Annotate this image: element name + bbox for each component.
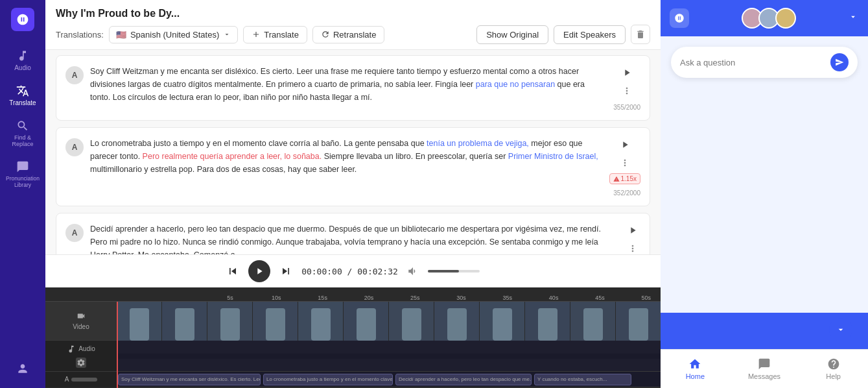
- toolbar: Translations: 🇺🇸 Spanish (United States)…: [56, 25, 650, 44]
- skip-forward-button[interactable]: [279, 265, 292, 278]
- volume-slider[interactable]: [428, 270, 480, 273]
- app-logo[interactable]: [11, 8, 34, 31]
- audio-track-content[interactable]: [117, 354, 661, 359]
- video-thumb: [616, 302, 661, 341]
- ruler-mark-30s: 30s: [456, 295, 466, 301]
- panel-nav-help[interactable]: Help: [799, 355, 868, 383]
- panel-nav-home[interactable]: Home: [661, 355, 730, 383]
- video-thumb: [117, 302, 162, 341]
- more-options-3[interactable]: [625, 241, 640, 254]
- audio-track-icon: [67, 345, 76, 354]
- video-thumb: [434, 302, 480, 341]
- video-thumb: [480, 302, 525, 341]
- translate-button[interactable]: Translate: [243, 26, 307, 43]
- sidebar-item-label: Audio: [14, 64, 31, 71]
- video-thumb: [389, 302, 434, 341]
- show-original-button[interactable]: Show Original: [476, 25, 548, 44]
- sidebar-item-audio[interactable]: Audio: [3, 44, 42, 77]
- messages-icon: [758, 358, 771, 370]
- transcript-text-1[interactable]: Soy Cliff Weitzman y me encanta ser disl…: [90, 65, 607, 111]
- speaker-indicator: A: [65, 376, 69, 383]
- subtitle-segment-1[interactable]: Soy Cliff Weitzman y me encanta ser disl…: [118, 374, 261, 385]
- ruler-mark-50s: 50s: [641, 295, 651, 301]
- panel-nav-messages[interactable]: Messages: [730, 355, 799, 383]
- panel-nav-home-label: Home: [686, 372, 705, 380]
- play-segment-2[interactable]: [617, 137, 633, 152]
- video-track: Video: [45, 302, 661, 341]
- audio-track-name: Audio: [78, 345, 95, 352]
- video-thumb: [570, 302, 616, 341]
- panel-logo: [670, 8, 689, 28]
- language-selector[interactable]: 🇺🇸 Spanish (United States): [109, 26, 238, 43]
- char-count-2: 352/2000: [613, 189, 640, 197]
- ask-input-container: [671, 47, 858, 78]
- transcript-block-3: A Decidí aprender a hacerlo, pero leo ta…: [56, 213, 650, 254]
- subtitle-segment-3[interactable]: Decidí aprender a hacerlo, pero leo tan …: [395, 374, 532, 385]
- time-display: 00:00:00 / 00:02:32: [301, 267, 398, 276]
- volume-icon[interactable]: [407, 265, 419, 277]
- scroll-to-bottom-button[interactable]: [829, 318, 852, 341]
- speaker-slider[interactable]: [71, 378, 97, 382]
- retranslate-btn-label: Retranslate: [333, 30, 376, 40]
- subtitle-track-content: Soy Cliff Weitzman y me encanta ser disl…: [117, 372, 661, 387]
- video-thumb: [207, 302, 253, 341]
- speaker-avatar-2: A: [65, 138, 84, 156]
- ask-send-button[interactable]: [830, 53, 849, 71]
- video-thumb: [344, 302, 389, 341]
- transcript-text-2[interactable]: Lo cronometraba justo a tiempo y en el m…: [90, 137, 603, 197]
- transcript-area: A Soy Cliff Weitzman y me encanta ser di…: [45, 50, 661, 254]
- chevron-down-icon: [223, 30, 231, 38]
- edit-speakers-button[interactable]: Edit Speakers: [554, 25, 626, 44]
- flag-icon: 🇺🇸: [116, 30, 126, 40]
- right-panel: Home Messages Help: [661, 0, 868, 388]
- transcript-controls-3: [625, 223, 640, 254]
- ruler-mark-40s: 40s: [549, 295, 559, 301]
- speaker-avatar-1: A: [65, 66, 84, 84]
- retranslate-button[interactable]: Retranslate: [312, 26, 384, 43]
- sidebar-item-pronunciation[interactable]: Pronunciation Library: [3, 155, 42, 193]
- timeline-tracks: Video: [45, 302, 661, 388]
- delete-button[interactable]: [631, 25, 650, 44]
- skip-back-button[interactable]: [226, 265, 239, 278]
- speed-value: 1.15x: [621, 175, 637, 182]
- playhead[interactable]: [117, 302, 118, 388]
- subtitle-track: A Soy Cliff Weitzman y me encanta ser di…: [45, 372, 661, 387]
- sidebar-item-find-replace[interactable]: Find & Replace: [3, 114, 42, 152]
- audio-waveform: [117, 354, 661, 359]
- audio-settings-btn[interactable]: [76, 358, 86, 368]
- sidebar-item-user[interactable]: [3, 357, 42, 380]
- timeline-ruler: 5s 10s 15s 20s 25s 30s 35s 40s 45s 50s: [45, 287, 661, 302]
- ruler-mark-5s: 5s: [227, 295, 233, 301]
- ask-input[interactable]: [680, 58, 825, 67]
- transcript-controls-2: 1.15x 352/2000: [609, 137, 640, 197]
- more-options-1[interactable]: [619, 83, 635, 99]
- subtitle-track-label: A: [45, 372, 117, 387]
- ruler-mark-25s: 25s: [410, 295, 420, 301]
- main-content: Why I'm Proud to be Dy... Translations: …: [45, 0, 661, 388]
- more-options-2[interactable]: [617, 155, 633, 171]
- play-segment-1[interactable]: [619, 65, 635, 80]
- video-track-name: Video: [73, 323, 89, 330]
- ruler-mark-10s: 10s: [272, 295, 281, 301]
- video-thumb: [253, 302, 298, 341]
- transcript-text-3[interactable]: Decidí aprender a hacerlo, pero leo tan …: [90, 223, 618, 254]
- play-pause-button[interactable]: [248, 260, 270, 282]
- panel-nav-help-label: Help: [826, 372, 841, 380]
- find-icon: [16, 119, 29, 132]
- char-count-1: 355/2000: [613, 104, 640, 111]
- sidebar-item-label: Pronunciation Library: [6, 175, 40, 188]
- subtitle-segment-4[interactable]: Y cuando no estaba, escuch...: [534, 374, 631, 385]
- total-time: 00:02:32: [357, 267, 398, 276]
- ruler-mark-35s: 35s: [503, 295, 513, 301]
- speaker-avatar-3: A: [65, 224, 84, 242]
- sidebar-item-translate[interactable]: Translate: [3, 79, 42, 112]
- ruler-mark-20s: 20s: [364, 295, 374, 301]
- play-segment-3[interactable]: [625, 223, 640, 238]
- panel-avatars: [742, 8, 796, 29]
- ruler-mark-15s: 15s: [318, 295, 327, 301]
- audio-icon: [16, 49, 29, 62]
- subtitle-segment-2[interactable]: Lo cronometraba justo a tiempo y en el m…: [263, 374, 393, 385]
- language-name: Spanish (United States): [130, 30, 219, 40]
- video-track-content[interactable]: [117, 302, 661, 341]
- audio-track-label: Audio: [45, 341, 117, 371]
